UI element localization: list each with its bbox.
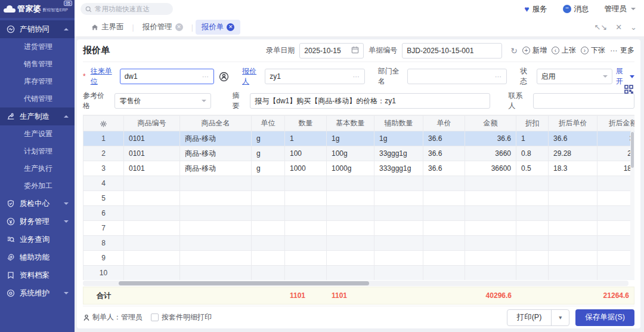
ellipsis-picker-icon[interactable]: ⋯ bbox=[495, 73, 502, 81]
table-cell[interactable] bbox=[124, 176, 180, 191]
table-cell[interactable] bbox=[180, 236, 252, 251]
expand-window-icon[interactable]: ↖↘ bbox=[594, 23, 607, 32]
table-cell[interactable] bbox=[252, 191, 285, 206]
table-cell[interactable] bbox=[374, 266, 423, 281]
table-cell[interactable]: 1g bbox=[327, 131, 374, 146]
table-cell[interactable] bbox=[285, 251, 327, 266]
table-cell[interactable]: 18300 bbox=[597, 161, 635, 176]
collapse-icon[interactable]: ⌄ bbox=[630, 23, 637, 32]
table-cell[interactable]: 0101 bbox=[124, 146, 180, 161]
table-cell[interactable]: 1 bbox=[516, 131, 549, 146]
doc-no-input[interactable]: BJD-2025-10-15-001 bbox=[402, 43, 502, 59]
sidebar-section-auxiliary[interactable]: 辅助功能 bbox=[0, 248, 75, 266]
table-cell[interactable] bbox=[124, 206, 180, 221]
table-row[interactable]: 10101商品-移动g11g1g36.636.6136.636.6 bbox=[83, 131, 635, 146]
table-cell[interactable] bbox=[374, 176, 423, 191]
column-header[interactable]: 辅助数量 bbox=[374, 116, 423, 131]
table-cell[interactable] bbox=[285, 206, 327, 221]
column-header[interactable]: 商品全名 bbox=[180, 116, 252, 131]
table-cell[interactable] bbox=[549, 176, 597, 191]
column-header[interactable]: 折后金额 bbox=[597, 116, 635, 131]
partner-label[interactable]: 往来单位 bbox=[91, 66, 116, 87]
scrollbar-thumb[interactable] bbox=[631, 132, 634, 168]
table-cell[interactable] bbox=[180, 221, 252, 236]
table-cell[interactable] bbox=[180, 251, 252, 266]
table-cell[interactable] bbox=[465, 266, 516, 281]
close-icon[interactable]: ✕ bbox=[175, 23, 183, 31]
more-button[interactable]: ⋯ 更多 bbox=[610, 45, 634, 56]
close-icon[interactable]: ✕ bbox=[227, 23, 234, 31]
sidebar-item-sales[interactable]: 销售管理 bbox=[0, 56, 75, 73]
horizontal-scrollbar[interactable] bbox=[83, 281, 628, 286]
sidebar-item-purchase[interactable]: 进货管理 bbox=[0, 38, 75, 56]
table-cell[interactable] bbox=[423, 236, 465, 251]
table-cell[interactable]: g bbox=[252, 146, 285, 161]
table-cell[interactable] bbox=[252, 206, 285, 221]
vertical-scrollbar[interactable] bbox=[630, 131, 634, 277]
sidebar-section-finance[interactable]: 财务管理 bbox=[0, 213, 75, 230]
column-header[interactable]: 金额 bbox=[465, 116, 516, 131]
table-cell[interactable] bbox=[597, 176, 635, 191]
column-header[interactable]: 折扣 bbox=[516, 116, 549, 131]
table-cell[interactable] bbox=[327, 266, 374, 281]
next-record-button[interactable]: › 下张 bbox=[581, 45, 605, 56]
table-cell[interactable]: 0101 bbox=[124, 131, 180, 146]
table-cell[interactable] bbox=[516, 206, 549, 221]
table-cell[interactable] bbox=[124, 191, 180, 206]
sidebar-section-archives[interactable]: 资料档案 bbox=[0, 266, 75, 284]
table-cell[interactable]: 商品-移动 bbox=[180, 146, 252, 161]
table-cell[interactable] bbox=[374, 251, 423, 266]
table-cell[interactable] bbox=[327, 191, 374, 206]
prev-record-button[interactable]: ‹ 上张 bbox=[552, 45, 576, 56]
table-cell[interactable]: 100g bbox=[327, 146, 374, 161]
table-cell[interactable] bbox=[252, 236, 285, 251]
table-cell[interactable] bbox=[597, 191, 635, 206]
table-cell[interactable]: 36.6 bbox=[423, 146, 465, 161]
table-cell[interactable] bbox=[516, 266, 549, 281]
sidebar-item-outsourcing[interactable]: 委外加工 bbox=[0, 177, 75, 195]
table-cell[interactable] bbox=[124, 236, 180, 251]
table-cell[interactable] bbox=[285, 236, 327, 251]
table-cell[interactable]: 1000 bbox=[285, 161, 327, 176]
sidebar-item-consignment[interactable]: 代销管理 bbox=[0, 90, 75, 107]
column-header[interactable]: 基本数量 bbox=[327, 116, 374, 131]
table-row[interactable]: 9 bbox=[83, 251, 635, 266]
table-cell[interactable] bbox=[252, 251, 285, 266]
table-cell[interactable] bbox=[465, 206, 516, 221]
record-date-input[interactable]: 2025-10-15 bbox=[299, 43, 364, 59]
table-cell[interactable]: 0101 bbox=[124, 161, 180, 176]
table-cell[interactable] bbox=[180, 176, 252, 191]
sidebar-item-prod-exec[interactable]: 生产执行 bbox=[0, 160, 75, 177]
table-cell[interactable]: 36.6 bbox=[465, 131, 516, 146]
table-cell[interactable] bbox=[252, 176, 285, 191]
table-cell[interactable]: 36.6 bbox=[597, 131, 635, 146]
table-cell[interactable] bbox=[516, 176, 549, 191]
table-row[interactable]: 5 bbox=[83, 191, 635, 206]
table-cell[interactable] bbox=[180, 206, 252, 221]
table-cell[interactable] bbox=[252, 221, 285, 236]
table-cell[interactable]: 0.5 bbox=[516, 161, 549, 176]
table-cell[interactable] bbox=[549, 251, 597, 266]
table-cell[interactable] bbox=[180, 266, 252, 281]
table-cell[interactable] bbox=[465, 176, 516, 191]
table-row[interactable]: 30101商品-移动g10001000g333ggg1g36.6366000.5… bbox=[83, 161, 635, 176]
table-cell[interactable] bbox=[423, 206, 465, 221]
table-cell[interactable] bbox=[516, 236, 549, 251]
table-cell[interactable] bbox=[423, 176, 465, 191]
print-dropdown-button[interactable]: ▾ bbox=[551, 310, 569, 325]
tab-home[interactable]: 主界面 bbox=[85, 20, 130, 35]
table-cell[interactable] bbox=[327, 206, 374, 221]
quoter-input[interactable]: zy1 ⋯ bbox=[265, 69, 364, 84]
sidebar-section-system[interactable]: 系统维护 bbox=[0, 284, 75, 302]
table-cell[interactable] bbox=[285, 221, 327, 236]
table-row[interactable]: 7 bbox=[83, 221, 635, 236]
tab-quote-mgmt[interactable]: 报价管理 ✕ bbox=[137, 20, 189, 35]
table-cell[interactable] bbox=[327, 236, 374, 251]
column-settings-header[interactable] bbox=[83, 116, 124, 131]
table-cell[interactable] bbox=[423, 266, 465, 281]
sidebar-section-query[interactable]: 业务查询 bbox=[0, 230, 75, 248]
table-cell[interactable] bbox=[285, 176, 327, 191]
table-cell[interactable] bbox=[374, 191, 423, 206]
sidebar-section-quality[interactable]: 质检中心 bbox=[0, 195, 75, 213]
column-header[interactable]: 单价 bbox=[423, 116, 465, 131]
